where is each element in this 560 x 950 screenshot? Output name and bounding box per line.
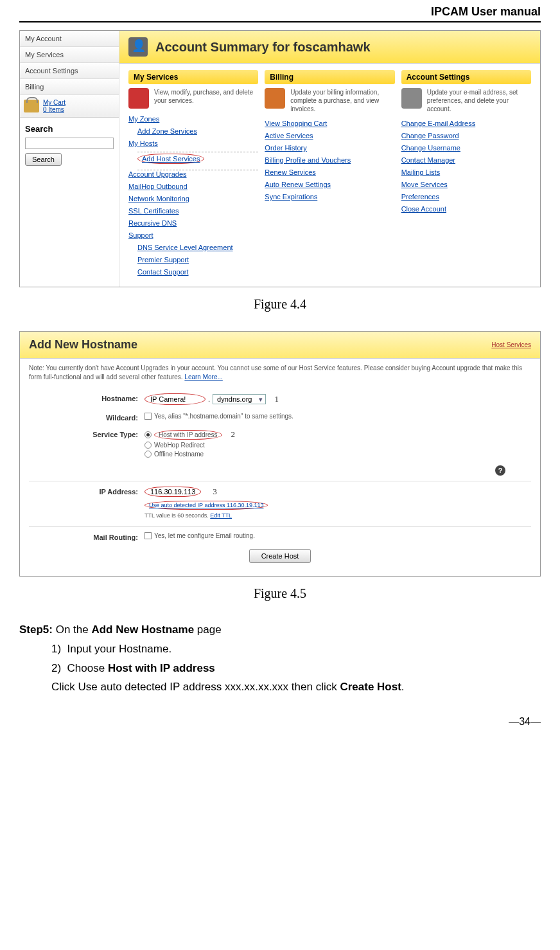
ipaddress-input[interactable]: 116.30.19.113: [144, 487, 201, 497]
wildcard-label: Wildcard:: [29, 413, 144, 422]
divider: [29, 481, 531, 481]
search-box: Search Search: [20, 118, 119, 172]
link-renew[interactable]: Renew Services: [265, 168, 394, 176]
item2-pre: Choose: [67, 662, 108, 674]
step5-bold: Add New Hostname: [91, 623, 194, 636]
search-input[interactable]: [25, 138, 114, 149]
link-recursive-dns[interactable]: Recursive DNS: [128, 219, 258, 227]
nav-my-services[interactable]: My Services: [20, 47, 119, 63]
link-support[interactable]: Support: [128, 231, 258, 239]
link-active-services[interactable]: Active Services: [265, 132, 394, 139]
note-pre: Click Use auto detected IP address xxx.x…: [51, 681, 340, 693]
link-dns-sla[interactable]: DNS Service Level Agreement: [137, 244, 258, 251]
link-add-zone[interactable]: Add Zone Services: [137, 127, 258, 135]
auto-detect-link[interactable]: Use auto detected IP address 116.30.19.1…: [144, 501, 268, 510]
search-title: Search: [25, 124, 114, 134]
account-desc: Update your e-mail address, set preferen…: [427, 88, 531, 113]
col-header-account: Account Settings: [401, 70, 531, 84]
link-close-account[interactable]: Close Account: [401, 205, 531, 213]
link-contact-manager[interactable]: Contact Manager: [401, 156, 531, 164]
link-change-username[interactable]: Change Username: [401, 144, 531, 152]
link-my-zones[interactable]: My Zones: [128, 115, 258, 123]
item1-text: Input your Hostname.: [67, 643, 172, 655]
search-button[interactable]: Search: [25, 153, 62, 166]
figure-4-4-caption: Figure 4.4: [19, 297, 541, 312]
nav-my-account[interactable]: My Account: [20, 31, 119, 47]
wildcard-text: Yes, alias "*.hostname.domain" to same s…: [154, 413, 293, 420]
link-ssl[interactable]: SSL Certificates: [128, 207, 258, 215]
link-my-hosts[interactable]: My Hosts: [128, 139, 258, 147]
col-header-services: My Services: [128, 70, 258, 84]
sidebar: My Account My Services Account Settings …: [20, 31, 119, 287]
my-cart[interactable]: My Cart 0 Items: [20, 95, 119, 118]
instruction-text: Step5: On the Add New Hostname page 1) I…: [19, 620, 541, 697]
figure-4-5-caption: Figure 4.5: [19, 586, 541, 601]
billing-desc: Update your billing information, complet…: [290, 88, 394, 113]
divider-2: [29, 526, 531, 527]
col-my-services: My Services View, modify, purchase, and …: [128, 70, 258, 280]
host-services-link[interactable]: Host Services: [491, 341, 531, 348]
link-auto-renew[interactable]: Auto Renew Settings: [265, 181, 394, 188]
add-hostname-title: Add New Hostname: [29, 338, 137, 352]
nav-account-settings[interactable]: Account Settings: [20, 63, 119, 79]
link-account-upgrades[interactable]: Account Upgrades: [128, 170, 258, 178]
link-mailing-lists[interactable]: Mailing Lists: [401, 168, 531, 176]
mailrouting-label: Mail Routing:: [29, 532, 144, 541]
account-icon: [401, 88, 422, 109]
link-add-host-services[interactable]: Add Host Services: [137, 154, 204, 164]
ipaddress-label: IP Address:: [29, 487, 144, 496]
step5-text2: page: [194, 623, 222, 636]
step5-text1: On the: [53, 623, 91, 636]
user-icon: [128, 37, 148, 57]
note-post: .: [401, 681, 405, 693]
banner-title: Account Summary for foscamhawk: [155, 40, 371, 55]
services-links: My Zones Add Zone Services My Hosts Add …: [128, 115, 258, 276]
wildcard-checkbox[interactable]: [144, 413, 152, 420]
services-icon: [128, 88, 149, 109]
account-links: Change E-mail Address Change Password Ch…: [401, 120, 531, 213]
hostname-label: Hostname:: [29, 393, 144, 402]
figure-4-4-screenshot: My Account My Services Account Settings …: [19, 30, 541, 287]
radio-webhop[interactable]: [144, 442, 152, 449]
link-mailhop[interactable]: MailHop Outbound: [128, 183, 258, 190]
hostname-input[interactable]: IP Camera!: [144, 393, 206, 405]
servicetype-label: Service Type:: [29, 429, 144, 438]
link-move-services[interactable]: Move Services: [401, 181, 531, 188]
link-view-cart[interactable]: View Shopping Cart: [265, 120, 394, 127]
item2-bold: Host with IP address: [108, 662, 215, 674]
create-host-button[interactable]: Create Host: [249, 549, 311, 563]
link-premier-support[interactable]: Premier Support: [137, 256, 258, 264]
domain-select[interactable]: dyndns.org: [213, 394, 265, 404]
link-change-password[interactable]: Change Password: [401, 132, 531, 139]
ttl-text: TTL value is 60 seconds. Edit TTL: [144, 512, 232, 519]
link-billing-profile[interactable]: Billing Profile and Vouchers: [265, 156, 394, 164]
cart-count: 0 Items: [43, 106, 66, 113]
link-change-email[interactable]: Change E-mail Address: [401, 120, 531, 127]
step5-label: Step5:: [19, 623, 53, 636]
col-header-billing: Billing: [265, 70, 394, 84]
link-order-history[interactable]: Order History: [265, 144, 394, 152]
upgrade-note: Note: You currently don't have Account U…: [20, 359, 540, 387]
link-preferences[interactable]: Preferences: [401, 193, 531, 201]
option-host-ip: Host with IP address: [154, 430, 222, 440]
learn-more-link[interactable]: Learn More...: [184, 373, 222, 381]
option-webhop: WebHop Redirect: [154, 442, 205, 449]
annotation-3: 3: [213, 487, 217, 497]
annotation-1: 1: [275, 394, 279, 404]
mailrouting-checkbox[interactable]: [144, 532, 152, 539]
doc-header: IPCAM User manual: [19, 5, 541, 22]
radio-host-ip[interactable]: [144, 431, 152, 438]
edit-ttl-link[interactable]: Edit TTL: [210, 512, 232, 519]
help-icon[interactable]: ?: [495, 465, 505, 476]
link-network-monitoring[interactable]: Network Monitoring: [128, 195, 258, 202]
billing-links: View Shopping Cart Active Services Order…: [265, 120, 394, 201]
link-contact-support[interactable]: Contact Support: [137, 268, 258, 276]
billing-icon: [265, 88, 285, 109]
link-sync-exp[interactable]: Sync Expirations: [265, 193, 394, 201]
nav-billing[interactable]: Billing: [20, 79, 119, 95]
mailrouting-text: Yes, let me configure Email routing.: [154, 532, 255, 539]
figure-4-5-screenshot: Add New Hostname Host Services Note: You…: [19, 331, 541, 577]
radio-offline[interactable]: [144, 451, 152, 458]
item2-num: 2): [51, 662, 61, 674]
item1-num: 1): [51, 643, 61, 655]
